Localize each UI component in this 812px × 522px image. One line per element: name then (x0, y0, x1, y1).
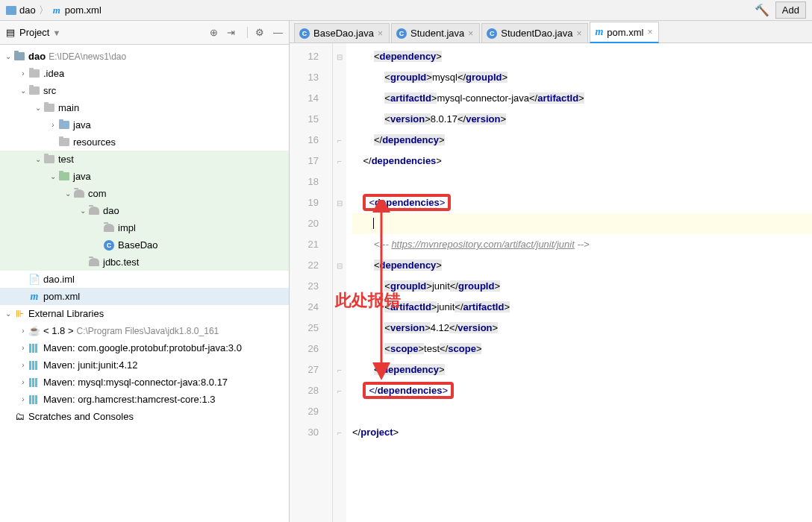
build-icon[interactable]: 🔨 (755, 3, 769, 17)
tab-basedao[interactable]: CBaseDao.java× (294, 23, 390, 43)
tree-item[interactable]: ⌄main (0, 99, 289, 116)
tree-item[interactable]: ⌄com (0, 185, 289, 202)
module-icon (14, 52, 25, 60)
project-sidebar: ▤ Project ▼ ⊕ ⇥ ⚙ — ⌄ dao E:\IDEA\news1\… (0, 21, 290, 522)
class-icon: C (299, 28, 310, 39)
tab-student[interactable]: CStudent.java× (391, 23, 480, 43)
tree-item[interactable]: ·CBaseDao (0, 236, 289, 254)
tree-item[interactable]: ›java (0, 116, 289, 133)
tree-item-selected[interactable]: ·mpom.xml (0, 288, 289, 305)
settings-icon[interactable]: ⚙ (247, 27, 264, 38)
tab-pom[interactable]: mpom.xml× (590, 22, 659, 43)
package-icon (104, 224, 114, 232)
tree-item[interactable]: ⌄java (0, 168, 289, 185)
library-icon (29, 344, 40, 353)
chevron-right-icon[interactable]: › (18, 361, 28, 369)
chevron-down-icon[interactable]: ⌄ (3, 309, 13, 318)
tab-studentdao[interactable]: CStudentDao.java× (481, 23, 588, 43)
jdk-icon: ☕ (28, 325, 40, 337)
fold-end-icon[interactable]: ⌐ (333, 130, 346, 151)
hide-icon[interactable]: — (273, 27, 283, 38)
class-icon: C (396, 28, 407, 39)
chevron-down-icon[interactable]: ⌄ (18, 87, 28, 95)
chevron-down-icon[interactable]: ⌄ (48, 172, 58, 180)
collapse-icon[interactable]: ⇥ (227, 27, 235, 38)
breadcrumb[interactable]: dao 〉 m pom.xml (6, 4, 102, 17)
panel-toolbar: ⊕ ⇥ ⚙ — (210, 27, 283, 38)
chevron-right-icon[interactable]: › (18, 378, 28, 386)
project-tree[interactable]: ⌄ dao E:\IDEA\news1\dao ›.idea ⌄src ⌄mai… (0, 45, 289, 428)
chevron-right-icon[interactable]: › (18, 69, 28, 78)
folder-icon (44, 155, 54, 163)
library-icon (29, 395, 40, 404)
close-icon[interactable]: × (468, 28, 473, 39)
scratches-icon: 🗂 (13, 411, 25, 423)
tree-item[interactable]: ›Maven: org.hamcrest:hamcrest-core:1.3 (0, 391, 289, 408)
tree-item[interactable]: ›Maven: com.google.protobuf:protobuf-jav… (0, 339, 289, 356)
fold-gutter: ⊟ ⌐ ⌐ ⊟ ⊟ ⌐ ⌐ ⌐ (333, 43, 346, 522)
folder-icon (29, 87, 40, 95)
tree-item[interactable]: ·📄dao.iml (0, 271, 289, 288)
main-area: ▤ Project ▼ ⊕ ⇥ ⚙ — ⌄ dao E:\IDEA\news1\… (0, 21, 812, 522)
tree-scratches[interactable]: ·🗂Scratches and Consoles (0, 408, 289, 425)
resources-folder-icon (59, 138, 69, 146)
close-icon[interactable]: × (647, 27, 652, 37)
test-folder-icon (59, 172, 69, 180)
tree-item[interactable]: ·impl (0, 219, 289, 236)
library-icon (29, 361, 40, 370)
module-icon (6, 6, 16, 15)
tree-item[interactable]: ›Maven: mysql:mysql-connector-java:8.0.1… (0, 374, 289, 391)
tree-item[interactable]: ›Maven: junit:junit:4.12 (0, 356, 289, 374)
maven-icon: m (595, 26, 603, 38)
tree-external-libs[interactable]: ⌄⊪External Libraries (0, 305, 289, 322)
folder-icon (44, 104, 54, 112)
project-tool-icon: ▤ (6, 27, 15, 38)
top-bar: dao 〉 m pom.xml 🔨 Add (0, 0, 812, 21)
close-icon[interactable]: × (378, 28, 383, 39)
tree-item[interactable]: ⌄src (0, 82, 289, 99)
tree-item[interactable]: ⌄test (0, 151, 289, 168)
fold-end-icon[interactable]: ⌐ (333, 151, 346, 172)
breadcrumb-file: pom.xml (65, 4, 102, 16)
package-icon (89, 207, 99, 215)
chevron-right-icon[interactable]: › (18, 395, 28, 403)
editor-tabs: CBaseDao.java× CStudent.java× CStudentDa… (290, 21, 812, 43)
target-icon[interactable]: ⊕ (210, 27, 218, 38)
package-icon (89, 258, 99, 266)
chevron-down-icon[interactable]: ⌄ (33, 155, 43, 163)
tree-item[interactable]: ›☕< 1.8 >C:\Program Files\Java\jdk1.8.0_… (0, 322, 289, 339)
fold-end-icon[interactable]: ⌐ (333, 380, 346, 401)
top-right-controls: 🔨 Add (755, 1, 806, 19)
fold-end-icon[interactable]: ⌐ (333, 422, 346, 443)
tree-item[interactable]: ·resources (0, 133, 289, 151)
tree-item[interactable]: ·jdbc.test (0, 254, 289, 271)
chevron-right-icon[interactable]: › (48, 121, 58, 129)
chevron-down-icon[interactable]: ⌄ (63, 189, 73, 198)
tree-item[interactable]: ⌄dao (0, 202, 289, 219)
close-icon[interactable]: × (576, 28, 581, 39)
project-panel-title[interactable]: Project ▼ (19, 27, 205, 38)
chevron-down-icon[interactable]: ⌄ (33, 104, 43, 112)
fold-icon[interactable]: ⊟ (333, 192, 346, 213)
fold-icon[interactable]: ⊟ (333, 46, 346, 67)
library-icon (29, 378, 40, 387)
library-icon: ⊪ (13, 308, 25, 320)
code-body[interactable]: <dependency> <groupId>mysql</groupId> <a… (346, 43, 812, 522)
tree-root[interactable]: ⌄ dao E:\IDEA\news1\dao (0, 48, 289, 65)
add-button[interactable]: Add (775, 1, 806, 19)
dropdown-icon: ▼ (52, 28, 60, 37)
chevron-right-icon[interactable]: › (18, 327, 28, 335)
fold-icon[interactable]: ⊟ (333, 255, 346, 276)
chevron-down-icon[interactable]: ⌄ (3, 52, 13, 60)
fold-end-icon[interactable]: ⌐ (333, 359, 346, 380)
source-folder-icon (59, 121, 69, 129)
project-panel-header: ▤ Project ▼ ⊕ ⇥ ⚙ — (0, 21, 289, 45)
chevron-down-icon[interactable]: ⌄ (78, 207, 88, 215)
tree-item[interactable]: ›.idea (0, 65, 289, 82)
breadcrumb-project: dao (19, 4, 36, 16)
editor-area: CBaseDao.java× CStudent.java× CStudentDa… (290, 21, 812, 522)
code-editor[interactable]: 12 13 14 15 16 17 18 19 20 21 22 23 24 2… (290, 43, 812, 522)
breadcrumb-sep: 〉 (39, 4, 49, 17)
folder-icon (29, 69, 40, 78)
chevron-right-icon[interactable]: › (18, 344, 28, 352)
